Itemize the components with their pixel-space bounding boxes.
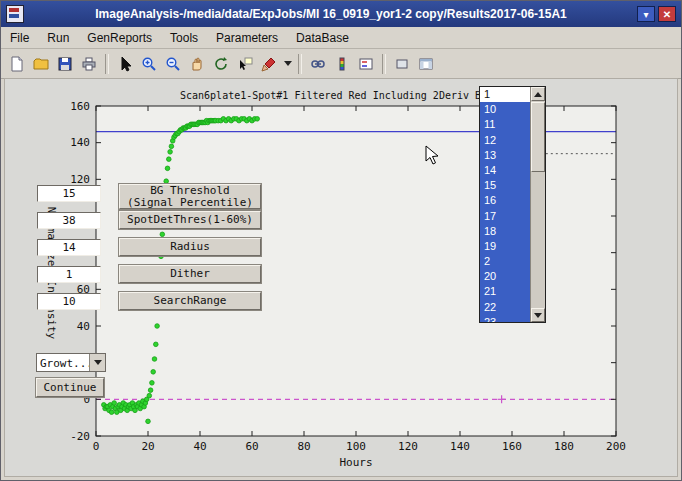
x-tick-label: 0 bbox=[93, 440, 100, 453]
window-title: ImageAnalysis-/media/data/ExpJobs/MI 16_… bbox=[31, 7, 631, 21]
growth-curve-plot: 020406080100120140160180200-200204060801… bbox=[1, 78, 682, 481]
toolbar-separator bbox=[105, 54, 109, 74]
list-item[interactable]: 20 bbox=[480, 269, 530, 284]
search-range-input[interactable] bbox=[37, 293, 101, 310]
x-tick-label: 120 bbox=[398, 440, 418, 453]
rotate-3d-icon[interactable] bbox=[209, 52, 233, 76]
data-point bbox=[160, 232, 165, 237]
zoom-out-icon[interactable] bbox=[161, 52, 185, 76]
scroll-down-icon[interactable] bbox=[531, 308, 545, 322]
list-item[interactable]: 22 bbox=[480, 300, 530, 315]
scroll-up-icon[interactable] bbox=[531, 87, 545, 101]
dither-button[interactable]: Dither bbox=[119, 265, 261, 283]
x-tick-label: 40 bbox=[193, 440, 206, 453]
scrollbar-thumb[interactable] bbox=[531, 102, 545, 172]
x-tick-label: 140 bbox=[450, 440, 470, 453]
zoom-in-icon[interactable] bbox=[137, 52, 161, 76]
x-axis-label: Hours bbox=[339, 456, 372, 469]
brush-icon[interactable] bbox=[257, 52, 281, 76]
insert-legend-icon[interactable] bbox=[354, 52, 378, 76]
search-range-button[interactable]: SearchRange bbox=[119, 292, 261, 310]
chevron-down-icon[interactable] bbox=[89, 354, 105, 371]
data-cursor-icon[interactable] bbox=[233, 52, 257, 76]
x-tick-label: 100 bbox=[346, 440, 366, 453]
list-item[interactable]: 11 bbox=[480, 117, 530, 132]
plot-title: Scan6plate1-Spot#1 Filtered Red Includin… bbox=[180, 90, 487, 101]
y-tick-label: 120 bbox=[70, 173, 90, 186]
continue-button[interactable]: Continue bbox=[36, 378, 104, 397]
print-icon[interactable] bbox=[77, 52, 101, 76]
radius-button[interactable]: Radius bbox=[119, 238, 261, 256]
data-point bbox=[164, 179, 169, 184]
data-point bbox=[109, 410, 114, 415]
y-tick-label: 160 bbox=[70, 100, 90, 113]
data-point bbox=[112, 401, 117, 406]
menu-file[interactable]: File bbox=[1, 28, 38, 48]
y-tick-label: 140 bbox=[70, 136, 90, 149]
menu-run[interactable]: Run bbox=[38, 28, 78, 48]
save-icon[interactable] bbox=[53, 52, 77, 76]
menu-database[interactable]: DataBase bbox=[287, 28, 358, 48]
title-bar[interactable]: ImageAnalysis-/media/data/ExpJobs/MI 16_… bbox=[1, 1, 681, 27]
menu-parameters[interactable]: Parameters bbox=[207, 28, 287, 48]
open-file-icon[interactable] bbox=[29, 52, 53, 76]
listbox-scrollbar[interactable] bbox=[530, 87, 545, 322]
list-item[interactable]: 18 bbox=[480, 224, 530, 239]
spot-number-listbox: 110111213141516171819220212223 bbox=[479, 86, 546, 323]
listbox-rows: 110111213141516171819220212223 bbox=[480, 87, 530, 322]
menu-tools[interactable]: Tools bbox=[161, 28, 207, 48]
mouse-cursor bbox=[425, 145, 439, 170]
figure-toolbar bbox=[1, 49, 681, 79]
list-item[interactable]: 17 bbox=[480, 209, 530, 224]
bg-threshold-sublabel: (Signal Percentile) bbox=[127, 197, 253, 209]
data-point bbox=[146, 419, 151, 424]
y-tick-label: 40 bbox=[77, 320, 90, 333]
hide-plot-tools-icon[interactable] bbox=[390, 52, 414, 76]
dither-input[interactable] bbox=[37, 266, 101, 283]
list-item[interactable]: 2 bbox=[480, 254, 530, 269]
list-item[interactable]: 15 bbox=[480, 178, 530, 193]
toolbar-separator bbox=[382, 54, 386, 74]
data-point bbox=[255, 117, 260, 122]
list-item[interactable]: 14 bbox=[480, 163, 530, 178]
data-point bbox=[151, 370, 156, 375]
list-item[interactable]: 10 bbox=[480, 102, 530, 117]
x-tick-label: 200 bbox=[606, 440, 626, 453]
x-tick-label: 160 bbox=[502, 440, 522, 453]
list-item[interactable]: 23 bbox=[480, 315, 530, 322]
x-tick-label: 80 bbox=[297, 440, 310, 453]
list-item[interactable]: 16 bbox=[480, 193, 530, 208]
edit-plot-arrow-icon[interactable] bbox=[113, 52, 137, 76]
x-tick-label: 20 bbox=[141, 440, 154, 453]
new-file-icon[interactable] bbox=[5, 52, 29, 76]
radius-input[interactable] bbox=[37, 239, 101, 256]
toolbar-separator bbox=[298, 54, 302, 74]
x-tick-label: 180 bbox=[554, 440, 574, 453]
close-button[interactable]: ✕ bbox=[658, 6, 676, 22]
list-item[interactable]: 19 bbox=[480, 239, 530, 254]
app-window: ImageAnalysis-/media/data/ExpJobs/MI 16_… bbox=[0, 0, 682, 481]
spot-det-thres-input[interactable] bbox=[37, 212, 101, 229]
data-point bbox=[154, 342, 159, 347]
pan-hand-icon[interactable] bbox=[185, 52, 209, 76]
bg-threshold-button[interactable]: BG Threshold (Signal Percentile) bbox=[119, 184, 261, 209]
growth-dropdown[interactable]: Growt... bbox=[36, 353, 106, 372]
data-point bbox=[155, 324, 160, 329]
window-icon[interactable] bbox=[6, 5, 24, 23]
insert-colorbar-icon[interactable] bbox=[330, 52, 354, 76]
list-item[interactable]: 21 bbox=[480, 284, 530, 299]
bg-threshold-input[interactable] bbox=[37, 185, 101, 202]
minimize-button[interactable]: ▾ bbox=[637, 6, 655, 22]
list-item[interactable]: 13 bbox=[480, 148, 530, 163]
show-plot-tools-icon[interactable] bbox=[414, 52, 438, 76]
list-item[interactable]: 12 bbox=[480, 133, 530, 148]
spot-det-thres-button[interactable]: SpotDetThres(1-60%) bbox=[119, 211, 261, 229]
link-plots-icon[interactable] bbox=[306, 52, 330, 76]
data-point bbox=[152, 357, 157, 362]
list-item[interactable]: 1 bbox=[480, 87, 530, 102]
data-point bbox=[167, 157, 172, 162]
data-point bbox=[147, 393, 152, 398]
menu-bar: File Run GenReports Tools Parameters Dat… bbox=[1, 27, 681, 49]
brush-dropdown-icon[interactable] bbox=[281, 52, 294, 76]
menu-genreports[interactable]: GenReports bbox=[78, 28, 161, 48]
